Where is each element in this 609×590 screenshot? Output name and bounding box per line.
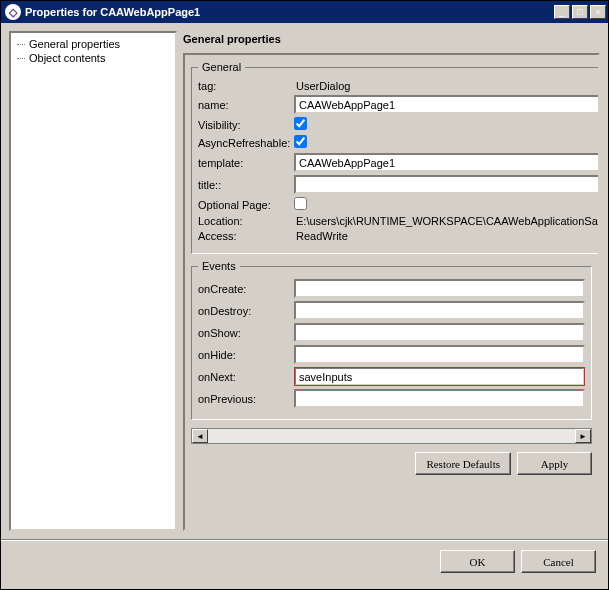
- close-button[interactable]: ×: [590, 5, 606, 19]
- access-label: Access:: [198, 230, 294, 242]
- titlebar[interactable]: ◇ Properties for CAAWebAppPage1 _ □ ×: [1, 1, 608, 23]
- access-value: ReadWrite: [294, 230, 600, 242]
- tag-label: tag:: [198, 80, 294, 92]
- visibility-label: Visibility:: [198, 119, 294, 131]
- properties-panel: General tag: UserDialog name: Visibility…: [183, 53, 600, 531]
- tree-item-object-contents[interactable]: Object contents: [15, 51, 171, 65]
- ok-button[interactable]: OK: [440, 550, 515, 573]
- onprevious-label: onPrevious:: [198, 393, 294, 405]
- name-label: name:: [198, 99, 294, 111]
- title-field[interactable]: [294, 175, 600, 194]
- cancel-button[interactable]: Cancel: [521, 550, 596, 573]
- location-label: Location:: [198, 215, 294, 227]
- events-group: Events onCreate: onDestroy: onShow: onHi…: [191, 260, 592, 420]
- onprevious-field[interactable]: [294, 389, 585, 408]
- oncreate-field[interactable]: [294, 279, 585, 298]
- tree-item-general[interactable]: General properties: [15, 37, 171, 51]
- maximize-button[interactable]: □: [572, 5, 588, 19]
- app-icon: ◇: [5, 4, 21, 20]
- horizontal-scrollbar[interactable]: ◄ ►: [191, 428, 592, 444]
- onhide-label: onHide:: [198, 349, 294, 361]
- general-legend: General: [198, 61, 245, 73]
- events-legend: Events: [198, 260, 240, 272]
- onshow-label: onShow:: [198, 327, 294, 339]
- scroll-track[interactable]: [208, 429, 575, 443]
- title-label: title::: [198, 179, 294, 191]
- location-value: E:\users\cjk\RUNTIME_WORKSPACE\CAAWebApp…: [294, 215, 600, 227]
- async-checkbox[interactable]: [294, 135, 307, 148]
- template-label: template:: [198, 157, 294, 169]
- onshow-field[interactable]: [294, 323, 585, 342]
- ondestroy-label: onDestroy:: [198, 305, 294, 317]
- onhide-field[interactable]: [294, 345, 585, 364]
- dialog-footer: OK Cancel: [1, 539, 608, 583]
- name-field[interactable]: [294, 95, 600, 114]
- restore-defaults-button[interactable]: Restore Defaults: [415, 452, 511, 475]
- optional-checkbox[interactable]: [294, 197, 307, 210]
- template-field[interactable]: [294, 153, 600, 172]
- ondestroy-field[interactable]: [294, 301, 585, 320]
- scroll-left-icon[interactable]: ◄: [192, 429, 208, 443]
- onnext-label: onNext:: [198, 371, 294, 383]
- scroll-right-icon[interactable]: ►: [575, 429, 591, 443]
- window-title: Properties for CAAWebAppPage1: [25, 6, 552, 18]
- category-tree[interactable]: General properties Object contents: [9, 31, 177, 531]
- async-label: AsyncRefreshable:: [198, 137, 294, 149]
- optional-label: Optional Page:: [198, 199, 294, 211]
- apply-button[interactable]: Apply: [517, 452, 592, 475]
- minimize-button[interactable]: _: [554, 5, 570, 19]
- oncreate-label: onCreate:: [198, 283, 294, 295]
- visibility-checkbox[interactable]: [294, 117, 307, 130]
- onnext-field[interactable]: [294, 367, 585, 386]
- page-title: General properties: [183, 31, 600, 53]
- tag-value: UserDialog: [294, 80, 600, 92]
- general-group: General tag: UserDialog name: Visibility…: [191, 61, 600, 254]
